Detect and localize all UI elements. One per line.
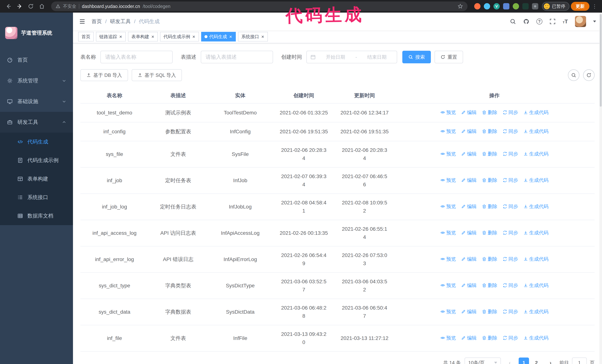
row-action-edit[interactable]: 编辑: [461, 255, 477, 263]
font-size-icon[interactable]: тT: [563, 18, 568, 25]
row-action-preview[interactable]: 预览: [440, 255, 456, 263]
row-action-sync[interactable]: 同步: [503, 281, 518, 289]
row-action-generate[interactable]: 生成代码: [523, 176, 548, 184]
row-action-delete[interactable]: 删除: [482, 202, 497, 210]
row-action-preview[interactable]: 预览: [440, 127, 456, 135]
row-action-edit[interactable]: 编辑: [461, 229, 477, 237]
user-avatar[interactable]: [575, 16, 586, 27]
sidebar-item-db-doc[interactable]: 数据库文档: [0, 207, 73, 225]
row-action-delete[interactable]: 删除: [482, 229, 497, 237]
search-button[interactable]: 搜索: [402, 51, 431, 63]
row-action-sync[interactable]: 同步: [503, 150, 518, 158]
row-action-generate[interactable]: 生成代码: [523, 281, 548, 289]
row-action-preview[interactable]: 预览: [440, 229, 456, 237]
row-action-preview[interactable]: 预览: [440, 176, 456, 184]
row-action-preview[interactable]: 预览: [440, 108, 456, 116]
row-action-generate[interactable]: 生成代码: [523, 150, 548, 158]
prev-page-button[interactable]: ‹: [505, 357, 515, 364]
row-action-generate[interactable]: 生成代码: [523, 334, 548, 342]
puzzle-extensions-icon[interactable]: [532, 3, 538, 10]
breadcrumb-item[interactable]: 研发工具: [110, 18, 131, 25]
address-bar[interactable]: 不安全 dashboard.yudao.iocoder.cn /tool/cod…: [51, 1, 468, 11]
row-action-edit[interactable]: 编辑: [461, 202, 477, 210]
browser-menu-icon[interactable]: ⋮: [591, 3, 598, 10]
row-action-sync[interactable]: 同步: [503, 255, 518, 263]
goto-page-input[interactable]: [572, 357, 587, 364]
tab-链路追踪[interactable]: 链路追踪×: [96, 32, 126, 42]
row-action-generate[interactable]: 生成代码: [523, 127, 548, 135]
row-action-generate[interactable]: 生成代码: [523, 108, 548, 116]
app-logo[interactable]: 芋道管理系统: [0, 13, 73, 44]
row-action-delete[interactable]: 删除: [482, 255, 497, 263]
browser-forward-icon[interactable]: [15, 1, 24, 11]
fullscreen-icon[interactable]: [549, 18, 556, 25]
breadcrumb-item[interactable]: 首页: [92, 18, 102, 25]
browser-back-icon[interactable]: [4, 1, 13, 11]
scrollbar-thumb[interactable]: [600, 14, 602, 107]
table-name-input[interactable]: [100, 51, 173, 63]
help-icon[interactable]: ?: [537, 19, 542, 24]
date-range-picker[interactable]: 开始日期 - 结束日期: [306, 51, 397, 63]
browser-reload-icon[interactable]: [26, 1, 36, 11]
row-action-edit[interactable]: 编辑: [461, 108, 477, 116]
tab-系统接口[interactable]: 系统接口×: [238, 32, 268, 42]
browser-update-button[interactable]: 更新: [571, 2, 589, 11]
extension-icon[interactable]: [513, 3, 519, 10]
page-number-1[interactable]: 1: [519, 357, 529, 364]
chevron-down-icon[interactable]: [593, 21, 596, 22]
date-end-placeholder[interactable]: 结束日期: [361, 54, 393, 60]
tab-表单构建[interactable]: 表单构建×: [128, 32, 158, 42]
page-size-select[interactable]: 10条/页: [464, 357, 501, 364]
extension-icon[interactable]: [503, 3, 509, 10]
next-page-button[interactable]: ›: [545, 357, 556, 364]
import-sql-button[interactable]: 基于 SQL 导入: [132, 69, 182, 81]
sidebar-item-home[interactable]: 首页: [0, 50, 73, 70]
tab-close-icon[interactable]: ×: [261, 34, 265, 39]
row-action-delete[interactable]: 删除: [482, 108, 497, 116]
row-action-preview[interactable]: 预览: [440, 150, 456, 158]
tab-首页[interactable]: 首页: [78, 32, 94, 42]
row-action-preview[interactable]: 预览: [440, 308, 456, 316]
sidebar-item-form-builder[interactable]: 表单构建: [0, 170, 73, 188]
sidebar-item-codegen-example[interactable]: 代码生成示例: [0, 151, 73, 170]
browser-home-icon[interactable]: [37, 1, 47, 11]
row-action-delete[interactable]: 删除: [482, 150, 497, 158]
row-action-edit[interactable]: 编辑: [461, 127, 477, 135]
row-action-generate[interactable]: 生成代码: [523, 255, 548, 263]
row-action-delete[interactable]: 删除: [482, 176, 497, 184]
row-action-sync[interactable]: 同步: [503, 202, 518, 210]
row-action-preview[interactable]: 预览: [440, 281, 456, 289]
row-action-sync[interactable]: 同步: [503, 308, 518, 316]
tab-close-icon[interactable]: ×: [192, 34, 195, 39]
row-action-sync[interactable]: 同步: [503, 229, 518, 237]
page-scrollbar[interactable]: [599, 13, 602, 364]
tab-close-icon[interactable]: ×: [229, 34, 232, 39]
search-icon[interactable]: [510, 18, 516, 25]
extension-icon[interactable]: [474, 3, 481, 10]
security-label[interactable]: 不安全: [63, 3, 76, 9]
extension-icon[interactable]: [522, 3, 529, 10]
extension-icon[interactable]: [484, 3, 490, 10]
bookmark-star-icon[interactable]: [458, 3, 463, 9]
date-start-placeholder[interactable]: 开始日期: [319, 54, 352, 60]
row-action-generate[interactable]: 生成代码: [523, 308, 548, 316]
row-action-delete[interactable]: 删除: [482, 281, 497, 289]
import-db-button[interactable]: 基于 DB 导入: [80, 69, 128, 81]
row-action-edit[interactable]: 编辑: [461, 176, 477, 184]
row-action-edit[interactable]: 编辑: [461, 308, 477, 316]
refresh-button[interactable]: [583, 69, 595, 81]
menu-fold-icon[interactable]: [79, 18, 86, 25]
sidebar-item-system[interactable]: 系统管理: [0, 70, 73, 91]
row-action-delete[interactable]: 删除: [482, 127, 497, 135]
row-action-delete[interactable]: 删除: [482, 308, 497, 316]
row-action-sync[interactable]: 同步: [503, 108, 518, 116]
row-action-edit[interactable]: 编辑: [461, 150, 477, 158]
tab-close-icon[interactable]: ×: [119, 34, 122, 39]
page-number-2[interactable]: 2: [531, 357, 542, 364]
toggle-search-button[interactable]: [568, 69, 580, 81]
row-action-preview[interactable]: 预览: [440, 334, 456, 342]
row-action-edit[interactable]: 编辑: [461, 281, 477, 289]
tab-代码生成示例[interactable]: 代码生成示例×: [160, 32, 199, 42]
row-action-sync[interactable]: 同步: [503, 176, 518, 184]
extension-vue-icon[interactable]: V: [494, 3, 500, 10]
